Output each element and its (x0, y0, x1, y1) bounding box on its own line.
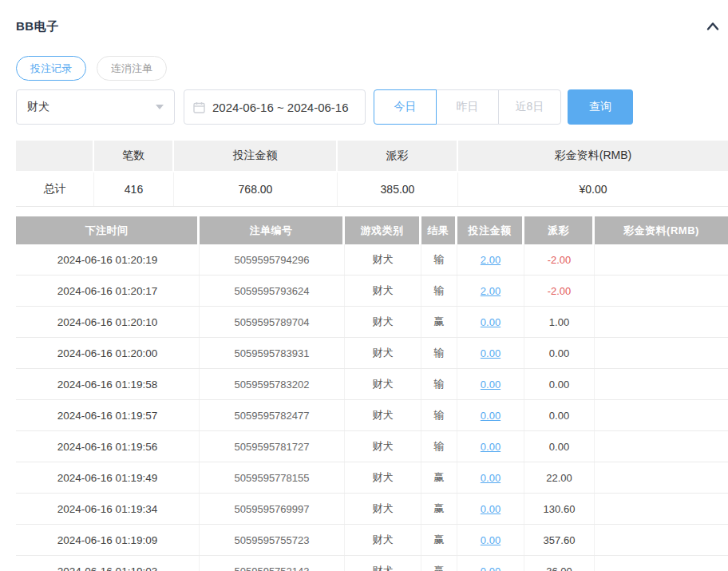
bet-amount-link[interactable]: 0.00 (481, 347, 500, 359)
bet-amount-cell: 0.00 (457, 307, 524, 337)
header-bet-amount: 投注金额 (457, 216, 524, 244)
game-select[interactable]: 财犬 (16, 89, 175, 125)
order-id-cell: 5059595755723 (200, 525, 345, 555)
bet-amount-link[interactable]: 0.00 (481, 379, 500, 391)
header-payout: 派彩 (524, 216, 595, 244)
order-id-cell: 5059595778155 (200, 462, 345, 493)
summary-total-label: 总计 (16, 172, 94, 206)
bet-amount-link[interactable]: 2.00 (481, 285, 500, 297)
bet-amount-link[interactable]: 0.00 (481, 316, 500, 328)
bonus-cell (595, 307, 728, 337)
bet-time-cell: 2024-06-16 01:19:56 (16, 431, 200, 462)
tab-bet-records[interactable]: 投注记录 (16, 56, 86, 81)
bet-amount-link[interactable]: 0.00 (481, 472, 500, 484)
header-result: 结果 (421, 216, 457, 244)
bet-amount-cell: 0.00 (457, 556, 524, 571)
game-type-cell: 财犬 (345, 462, 421, 493)
bet-time-cell: 2024-06-16 01:19:57 (16, 400, 200, 430)
today-button[interactable]: 今日 (374, 89, 437, 125)
result-cell: 赢 (421, 307, 457, 337)
payout-cell: 0.00 (524, 400, 595, 430)
bet-amount-cell: 0.00 (457, 525, 524, 555)
game-type-cell: 财犬 (345, 494, 421, 524)
bet-amount-link[interactable]: 0.00 (481, 503, 500, 515)
game-type-cell: 财犬 (345, 431, 421, 462)
result-cell: 输 (421, 400, 457, 430)
summary-header-empty (16, 141, 94, 171)
payout-cell: 36.00 (524, 556, 595, 571)
summary-bet-amount-value: 768.00 (174, 172, 338, 206)
order-id-cell: 5059595783202 (200, 369, 345, 399)
payout-cell: 22.00 (524, 462, 595, 493)
result-cell: 输 (421, 338, 457, 368)
bet-amount-link[interactable]: 0.00 (481, 441, 500, 453)
bonus-cell (595, 494, 728, 524)
summary-count-value: 416 (94, 172, 174, 206)
bet-records-table: 下注时间 注单编号 游戏类别 结果 投注金额 派彩 彩金资料(RMB) 2024… (16, 216, 728, 571)
table-row: 2024-06-16 01:20:00 5059595783931 财犬 输 0… (16, 338, 728, 369)
bet-time-cell: 2024-06-16 01:19:58 (16, 369, 200, 399)
summary-table: 笔数 投注金额 派彩 彩金资料(RMB) 总计 416 768.00 385.0… (16, 141, 728, 207)
bonus-cell (595, 244, 728, 275)
table-row: 2024-06-16 01:19:09 5059595755723 财犬 赢 0… (16, 525, 728, 556)
summary-header-bonus: 彩金资料(RMB) (458, 141, 728, 171)
search-button[interactable]: 查询 (568, 89, 633, 125)
order-id-cell: 5059595793624 (200, 276, 345, 306)
bet-time-cell: 2024-06-16 01:20:19 (16, 244, 200, 275)
bet-amount-link[interactable]: 0.00 (481, 410, 500, 422)
yesterday-button[interactable]: 昨日 (436, 89, 499, 125)
table-row: 2024-06-16 01:20:19 5059595794296 财犬 输 2… (16, 244, 728, 276)
bet-amount-cell: 0.00 (457, 494, 524, 524)
result-cell: 赢 (421, 462, 457, 493)
filter-toolbar: 财犬 2024-06-16 ~ 2024-06-16 今日 昨日 近8日 查询 (16, 89, 728, 125)
table-row: 2024-06-16 01:19:58 5059595783202 财犬 输 0… (16, 369, 728, 400)
bet-time-cell: 2024-06-16 01:20:10 (16, 307, 200, 337)
tab-cancelled-orders[interactable]: 连消注单 (97, 56, 167, 81)
summary-header-count: 笔数 (94, 141, 174, 171)
bet-amount-link[interactable]: 0.00 (481, 534, 500, 546)
bet-amount-link[interactable]: 0.00 (481, 565, 500, 571)
bet-amount-cell: 0.00 (457, 369, 524, 399)
date-range-picker[interactable]: 2024-06-16 ~ 2024-06-16 (184, 89, 366, 125)
game-type-cell: 财犬 (345, 369, 421, 399)
summary-header-bet-amount: 投注金额 (174, 141, 338, 171)
bet-amount-cell: 0.00 (457, 338, 524, 368)
bonus-cell (595, 400, 728, 430)
last-8-days-button[interactable]: 近8日 (498, 89, 561, 125)
page-title: BB电子 (16, 19, 59, 34)
record-type-tabs: 投注记录 连消注单 (16, 56, 728, 81)
header-bonus: 彩金资料(RMB) (595, 216, 728, 244)
bet-amount-cell: 2.00 (457, 276, 524, 306)
result-cell: 输 (421, 369, 457, 399)
order-id-cell: 5059595781727 (200, 431, 345, 462)
summary-payout-value: 385.00 (338, 172, 458, 206)
bb-games-panel: BB电子 投注记录 连消注单 财犬 2024-06-16 ~ 2024-06-1… (0, 0, 728, 571)
bet-time-cell: 2024-06-16 01:19:49 (16, 462, 200, 493)
order-id-cell: 5059595794296 (200, 244, 345, 275)
order-id-cell: 5059595752143 (200, 556, 345, 571)
table-header-row: 下注时间 注单编号 游戏类别 结果 投注金额 派彩 彩金资料(RMB) (16, 216, 728, 244)
game-type-cell: 财犬 (345, 338, 421, 368)
payout-cell: 130.60 (524, 494, 595, 524)
bet-amount-link[interactable]: 2.00 (481, 254, 500, 266)
bonus-cell (595, 369, 728, 399)
game-type-cell: 财犬 (345, 244, 421, 275)
payout-cell: -2.00 (524, 244, 595, 275)
calendar-icon (193, 101, 205, 113)
game-type-cell: 财犬 (345, 307, 421, 337)
result-cell: 输 (421, 276, 457, 306)
table-row: 2024-06-16 01:19:34 5059595769997 财犬 赢 0… (16, 494, 728, 525)
date-range-value: 2024-06-16 ~ 2024-06-16 (212, 101, 349, 114)
bet-time-cell: 2024-06-16 01:19:03 (16, 556, 200, 571)
summary-bonus-value: ¥0.00 (458, 172, 728, 206)
order-id-cell: 5059595769997 (200, 494, 345, 524)
game-type-cell: 财犬 (345, 556, 421, 571)
result-cell: 赢 (421, 525, 457, 555)
collapse-panel-button[interactable] (704, 18, 722, 35)
bet-amount-cell: 2.00 (457, 244, 524, 275)
chevron-up-icon (704, 26, 722, 38)
bet-time-cell: 2024-06-16 01:20:00 (16, 338, 200, 368)
result-cell: 输 (421, 431, 457, 462)
table-row: 2024-06-16 01:19:03 5059595752143 财犬 赢 0… (16, 556, 728, 571)
payout-cell: 0.00 (524, 369, 595, 399)
